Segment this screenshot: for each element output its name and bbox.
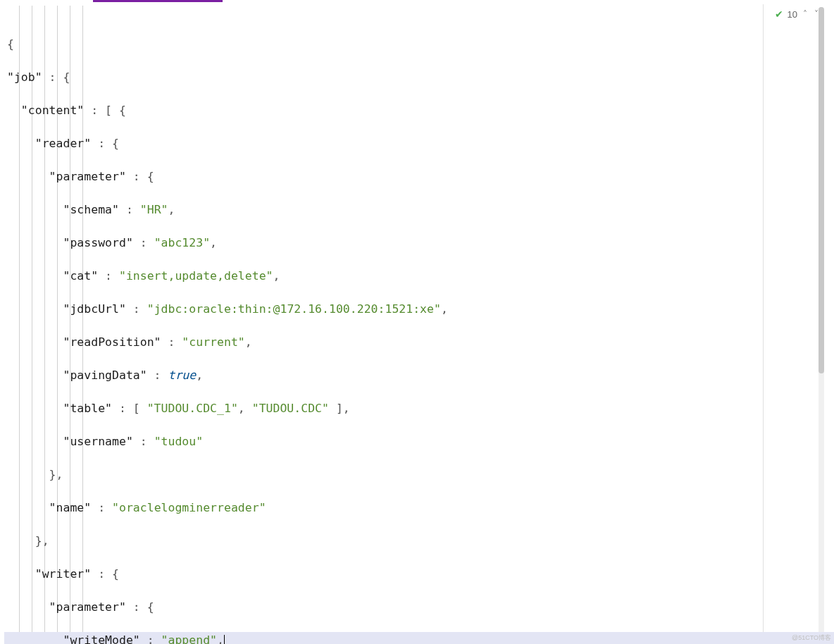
text-cursor bbox=[224, 635, 225, 645]
json-key: "username" bbox=[7, 435, 133, 448]
brace: }, bbox=[7, 468, 63, 481]
json-string: "append" bbox=[161, 633, 217, 644]
json-string: "current" bbox=[182, 335, 244, 349]
json-key: "password" bbox=[7, 236, 133, 249]
json-key: "writer" bbox=[7, 567, 91, 581]
json-key: "reader" bbox=[7, 137, 91, 150]
json-keyword: true bbox=[168, 369, 197, 382]
json-string: "TUDOU.CDC_1" bbox=[147, 402, 238, 415]
json-string: "tudou" bbox=[154, 435, 204, 448]
json-key: "jdbcUrl" bbox=[7, 302, 126, 316]
brace: }, bbox=[7, 534, 49, 547]
json-key: "writeMode" bbox=[7, 633, 140, 644]
json-key: "schema" bbox=[7, 203, 119, 216]
json-key: "cat" bbox=[7, 269, 98, 283]
json-string: "TUDOU.CDC" bbox=[252, 402, 329, 415]
json-key: "parameter" bbox=[7, 170, 126, 183]
brace: { bbox=[7, 37, 14, 51]
json-key: "table" bbox=[7, 402, 112, 415]
json-key: "name" bbox=[7, 501, 91, 514]
json-key: "content" bbox=[7, 104, 84, 117]
watermark: @51CTO博客 bbox=[792, 633, 831, 643]
json-string: "jdbc:oracle:thin:@172.16.100.220:1521:x… bbox=[147, 302, 441, 316]
json-key: "parameter" bbox=[7, 600, 126, 614]
json-string: "abc123" bbox=[154, 236, 210, 249]
json-key: "readPosition" bbox=[7, 335, 161, 349]
json-string: "HR" bbox=[140, 203, 168, 216]
json-string: "insert,update,delete" bbox=[119, 269, 273, 283]
json-string: "oraclelogminerreader" bbox=[112, 501, 266, 514]
code-editor[interactable]: { "job" : { "content" : [ { "reader" : {… bbox=[0, 3, 834, 644]
json-key: "pavingData" bbox=[7, 369, 147, 382]
active-tab-indicator bbox=[93, 0, 223, 2]
current-line: "writeMode" : "append", bbox=[4, 632, 834, 644]
json-key: "job" bbox=[7, 70, 42, 84]
